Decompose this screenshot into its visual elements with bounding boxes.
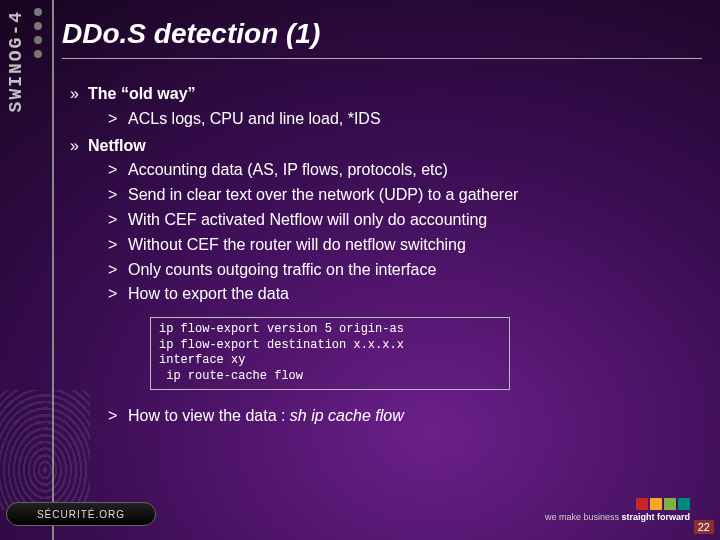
list-text: With CEF activated Netflow will only do … [128,208,487,233]
footer-logo-left: SÉCURITÉ.ORG [6,502,156,526]
list-item: > ACLs logs, CPU and line load, *IDS [108,107,700,132]
bullet-netflow: » Netflow [70,134,700,159]
chevron-icon: > [108,233,128,258]
list-item: > How to export the data [108,282,700,307]
list-text: How to view the data : sh ip cache flow [128,404,404,429]
list-item: > With CEF activated Netflow will only d… [108,208,700,233]
chevron-icon: > [108,208,128,233]
chevron-icon: > [108,183,128,208]
sidebar-dots [34,8,42,58]
list-text: Accounting data (AS, IP flows, protocols… [128,158,448,183]
page-number: 22 [694,520,714,534]
list-item: > Without CEF the router will do netflow… [108,233,700,258]
tagline-prefix: we make business [545,512,622,522]
bullet-old-way: » The “old way” [70,82,700,107]
list-text: How to export the data [128,282,289,307]
list-text: Send in clear text over the network (UDP… [128,183,518,208]
chevron-icon: > [108,158,128,183]
code-block: ip flow-export version 5 origin-as ip fl… [150,317,510,389]
view-text-prefix: How to view the data : [128,407,290,424]
list-item: > Only counts outgoing traffic on the in… [108,258,700,283]
list-item: > How to view the data : sh ip cache flo… [108,404,700,429]
view-command: sh ip cache flow [290,407,404,424]
sidebar-label: SWINOG-4 [6,10,26,112]
chevron-icon: > [108,282,128,307]
chevron-icon: > [108,258,128,283]
list-text: ACLs logs, CPU and line load, *IDS [128,107,381,132]
list-item: > Send in clear text over the network (U… [108,183,700,208]
footer-logo-right: we make business straight forward [545,498,690,522]
chevron-icon: > [108,404,128,429]
list-text: Only counts outgoing traffic on the inte… [128,258,436,283]
bullet-label: Netflow [88,134,146,159]
list-item: > Accounting data (AS, IP flows, protoco… [108,158,700,183]
list-text: Without CEF the router will do netflow s… [128,233,466,258]
bullet-marker: » [70,134,88,159]
footer-tagline: we make business straight forward [545,512,690,522]
bullet-marker: » [70,82,88,107]
tagline-bold: straight forward [621,512,690,522]
title-underline [62,58,702,59]
bullet-label: The “old way” [88,82,196,107]
vertical-rule [52,0,54,540]
brand-squares [636,498,690,510]
slide-content: » The “old way” > ACLs logs, CPU and lin… [70,80,700,428]
page-title: DDo.S detection (1) [62,18,320,50]
chevron-icon: > [108,107,128,132]
